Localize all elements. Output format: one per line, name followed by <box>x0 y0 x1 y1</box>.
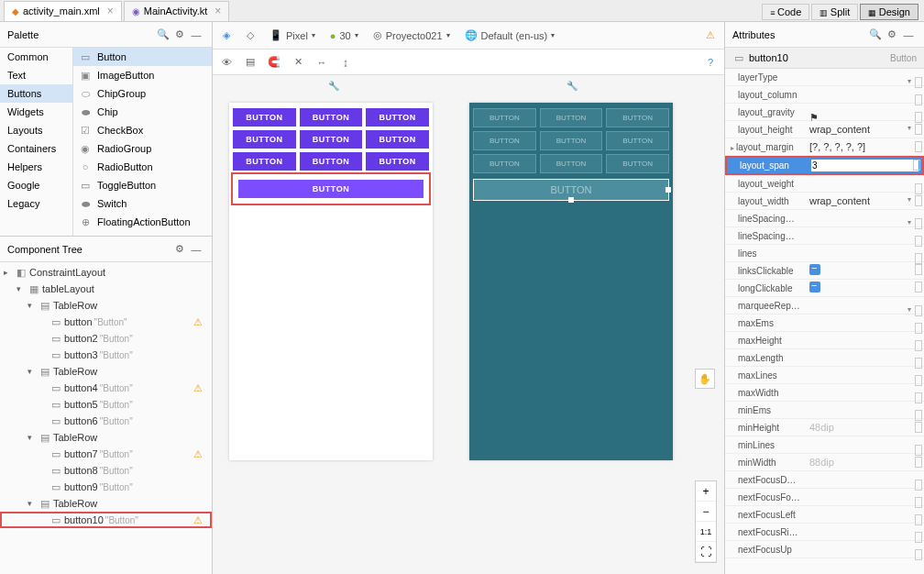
dropdown-icon[interactable]: ▾ <box>908 195 911 204</box>
eye-icon[interactable]: 👁 <box>218 54 235 71</box>
cat-google[interactable]: Google <box>0 176 72 194</box>
preview-button-selected[interactable]: BUTTON <box>238 180 424 198</box>
clear-icon[interactable]: ✕ <box>290 54 306 71</box>
dropdown-icon[interactable]: ▾ <box>908 305 911 314</box>
cat-text[interactable]: Text <box>0 66 72 84</box>
design-preview[interactable]: BUTTONBUTTONBUTTON BUTTONBUTTONBUTTON BU… <box>229 103 433 460</box>
tree-button-button7[interactable]: ▭button7 "Button"⚠ <box>0 446 212 462</box>
resource-picker-icon[interactable] <box>915 77 922 88</box>
tree-button-button2[interactable]: ▭button2 "Button" <box>0 330 212 347</box>
resource-picker-icon[interactable] <box>915 422 922 433</box>
attr-layout-gravity[interactable]: layout_gravity⚑ <box>725 104 924 121</box>
resource-picker-icon[interactable] <box>915 358 922 369</box>
bp-button[interactable]: BUTTON <box>473 108 536 127</box>
tree-tablelayout[interactable]: ▾▦tableLayout <box>0 281 212 297</box>
attr-minHeight[interactable]: minHeight48dip <box>725 419 924 436</box>
preview-button[interactable]: BUTTON <box>233 152 296 171</box>
item-button[interactable]: ▭Button <box>73 48 212 66</box>
resource-picker-icon[interactable] <box>915 195 922 206</box>
tree-tablerow[interactable]: ▾▤TableRow <box>0 363 212 380</box>
preview-button[interactable]: BUTTON <box>366 130 429 149</box>
code-mode-button[interactable]: ≡ Code <box>762 4 809 20</box>
grid-icon[interactable]: ▤ <box>242 54 258 71</box>
attr-layout-margin[interactable]: ▸layout_margin[?, ?, ?, ?, ?] <box>725 138 924 156</box>
attr-nextFocusForw[interactable]: nextFocusForw... <box>725 489 924 506</box>
tree-tablerow[interactable]: ▾▤TableRow <box>0 495 212 512</box>
tree-button-button[interactable]: ▭button "Button"⚠ <box>0 314 212 330</box>
resource-picker-icon[interactable] <box>915 532 922 543</box>
collapse-icon[interactable]: — <box>188 241 204 258</box>
split-mode-button[interactable]: ▥ Split <box>811 4 858 20</box>
theme-selector[interactable]: ◎Proyecto021▾ <box>369 28 454 43</box>
zoom-out-button[interactable]: − <box>696 502 716 522</box>
attr-minWidth[interactable]: minWidth88dip <box>725 454 924 471</box>
zoom-in-button[interactable]: + <box>696 481 716 502</box>
api-selector[interactable]: ●30▾ <box>326 28 362 43</box>
cat-buttons[interactable]: Buttons <box>0 84 72 103</box>
bp-button[interactable]: BUTTON <box>540 154 603 173</box>
tab-main-activity[interactable]: ◉ MainActivity.kt × <box>124 1 230 21</box>
zoom-fit-button[interactable]: ⛶ <box>696 542 716 562</box>
resource-picker-icon[interactable] <box>915 480 922 491</box>
blueprint-preview[interactable]: BUTTONBUTTONBUTTON BUTTONBUTTONBUTTON BU… <box>469 103 673 460</box>
surface-icon[interactable]: ◇ <box>242 28 258 44</box>
bp-button[interactable]: BUTTON <box>473 154 536 173</box>
search-icon[interactable]: 🔍 <box>155 27 171 43</box>
bp-button[interactable]: BUTTON <box>540 108 603 127</box>
dropdown-icon[interactable]: ▾ <box>908 124 911 132</box>
cat-layouts[interactable]: Layouts <box>0 121 72 139</box>
collapse-icon[interactable]: — <box>900 27 917 43</box>
attr-maxHeight[interactable]: maxHeight <box>725 332 924 349</box>
attr-layout-weight[interactable]: layout_weight <box>725 175 924 193</box>
search-icon[interactable]: 🔍 <box>867 27 884 43</box>
cat-common[interactable]: Common <box>0 48 72 66</box>
resource-picker-icon[interactable] <box>915 305 922 316</box>
bp-button[interactable]: BUTTON <box>606 108 669 127</box>
pan-icon[interactable]: ✋ <box>695 369 715 389</box>
attr-layout-column[interactable]: layout_column <box>725 86 924 104</box>
close-icon[interactable]: × <box>107 5 114 17</box>
resource-picker-icon[interactable] <box>915 497 922 508</box>
tree-constraintlayout[interactable]: ▸◧ConstraintLayout <box>0 264 212 281</box>
item-switch[interactable]: ⬬Switch <box>73 194 212 213</box>
preview-button[interactable]: BUTTON <box>233 130 296 149</box>
attr-input[interactable] <box>811 160 918 171</box>
resource-picker-icon[interactable] <box>915 141 922 152</box>
margin-icon[interactable]: ↨ <box>337 54 354 71</box>
bp-button-selected[interactable]: BUTTON <box>473 179 669 201</box>
attr-maxLines[interactable]: maxLines <box>725 367 924 384</box>
resource-picker-icon[interactable] <box>915 218 922 229</box>
gear-icon[interactable]: ⚙ <box>884 27 900 43</box>
attr-layerType[interactable]: layerType▾ <box>725 69 924 86</box>
resource-picker-icon[interactable] <box>915 375 922 386</box>
resource-picker-icon[interactable] <box>915 549 922 560</box>
preview-button[interactable]: BUTTON <box>366 108 429 127</box>
item-chip[interactable]: ⬬Chip <box>73 103 212 121</box>
attr-nextFocusLeft[interactable]: nextFocusLeft <box>725 506 924 524</box>
tree-button-button6[interactable]: ▭button6 "Button" <box>0 413 212 429</box>
attr-nextFocusUp[interactable]: nextFocusUp <box>725 541 924 558</box>
item-fab[interactable]: ⊕FloatingActionButton <box>73 213 212 231</box>
preview-button[interactable]: BUTTON <box>300 108 363 127</box>
attributes-list[interactable]: layerType▾layout_columnlayout_gravity⚑la… <box>725 69 924 574</box>
tree-button-button5[interactable]: ▭button5 "Button" <box>0 396 212 413</box>
resource-picker-icon[interactable] <box>915 264 922 275</box>
tree-tablerow[interactable]: ▾▤TableRow <box>0 297 212 314</box>
tree-button-button4[interactable]: ▭button4 "Button"⚠ <box>0 380 212 396</box>
attr-maxEms[interactable]: maxEms <box>725 315 924 332</box>
attr-maxLength[interactable]: maxLength <box>725 349 924 367</box>
item-radiobutton[interactable]: ○RadioButton <box>73 158 212 176</box>
attr-linksClickable[interactable]: linksClickable <box>725 262 924 280</box>
bp-button[interactable]: BUTTON <box>473 131 536 150</box>
design-canvas[interactable]: 🔧 🔧 BUTTONBUTTONBUTTON BUTTONBUTTONBUTTO… <box>213 75 724 574</box>
item-radiogroup[interactable]: ◉RadioGroup <box>73 139 212 158</box>
attr-maxWidth[interactable]: maxWidth <box>725 384 924 402</box>
dropdown-icon[interactable]: ▾ <box>908 77 911 85</box>
attr-layout-span[interactable]: layout_span <box>725 156 924 175</box>
gear-icon[interactable]: ⚙ <box>171 27 188 43</box>
bp-button[interactable]: BUTTON <box>606 154 669 173</box>
resource-picker-icon[interactable] <box>915 392 922 403</box>
tree-button-button9[interactable]: ▭button9 "Button" <box>0 479 212 495</box>
cat-helpers[interactable]: Helpers <box>0 158 72 176</box>
gear-icon[interactable]: ⚙ <box>171 241 188 258</box>
